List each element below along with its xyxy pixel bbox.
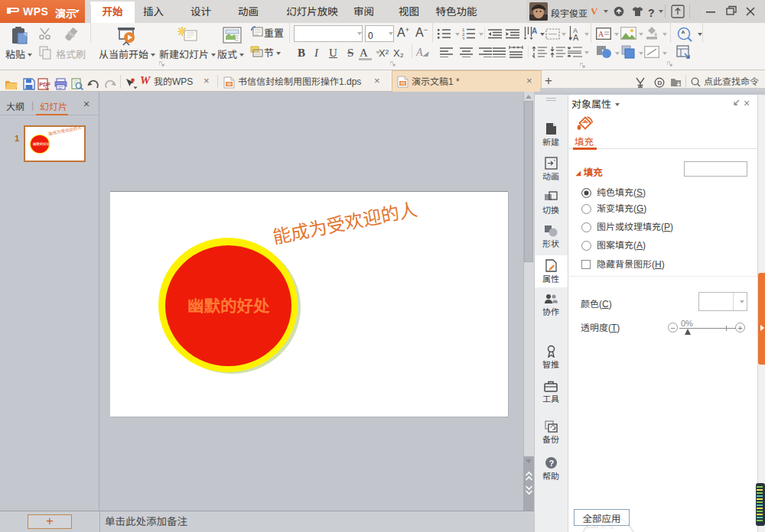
svg-text:A: A — [573, 33, 579, 41]
svg-text:D: D — [658, 79, 662, 86]
svg-text:A: A — [532, 27, 537, 35]
svg-text:PDF: PDF — [39, 81, 50, 88]
svg-text:A: A — [598, 30, 604, 38]
svg-text:?: ? — [549, 459, 554, 468]
svg-text:3: 3 — [462, 37, 465, 41]
